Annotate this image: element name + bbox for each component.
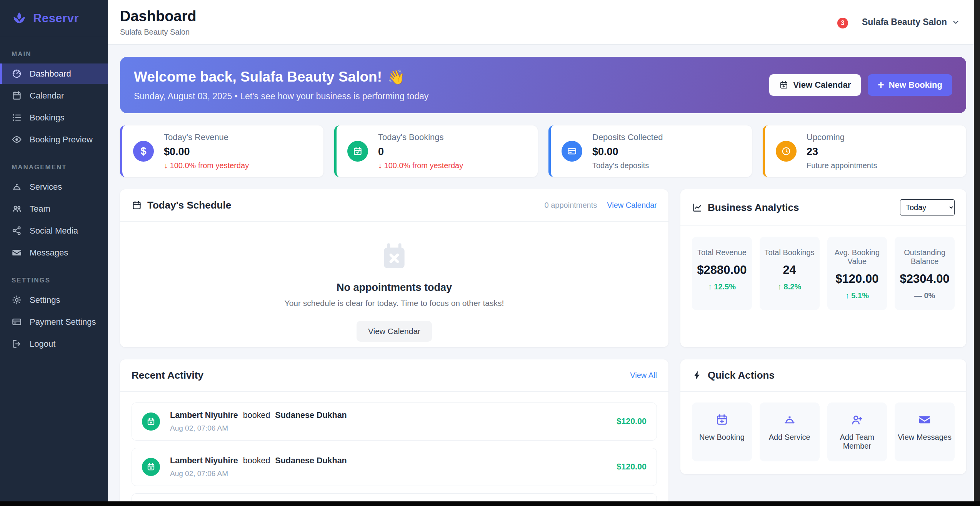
calendar-plus-icon <box>142 412 160 431</box>
up-arrow-icon: ↑ <box>845 291 849 300</box>
sidebar-item-calendar[interactable]: Calendar <box>0 85 108 106</box>
metric-outstanding-balance: Outstanding Balance $2304.00 — 0% <box>895 237 955 310</box>
welcome-banner: Welcome back, Sulafa Beauty Salon! 👋 Sun… <box>120 57 966 113</box>
notification-badge: 3 <box>837 18 848 28</box>
stat-change: ↓ 100.0% from yesterday <box>378 161 463 170</box>
quick-action-add-team-member[interactable]: Add Team Member <box>827 402 887 461</box>
quick-actions-grid: New Booking Add Service Ad <box>680 392 966 472</box>
left-column: Today's Schedule 0 appointments View Cal… <box>120 189 668 506</box>
app-logo[interactable]: Reservr <box>0 0 108 37</box>
activity-action: booked <box>243 456 270 465</box>
activity-amount: $120.00 <box>617 417 647 426</box>
calendar-check-icon <box>347 141 368 162</box>
sidebar-item-booking-preview[interactable]: Booking Preview <box>0 129 108 150</box>
quick-actions-card: Quick Actions New Booking <box>680 359 966 474</box>
schedule-header-right: 0 appointments View Calendar <box>545 201 657 210</box>
account-name: Sulafa Beauty Salon <box>862 17 947 27</box>
activity-target: Sudanese Dukhan <box>275 456 347 465</box>
empty-view-calendar-button[interactable]: View Calendar <box>357 321 432 342</box>
banner-actions: View Calendar + New Booking <box>769 74 952 96</box>
quick-action-add-service[interactable]: Add Service <box>760 402 820 461</box>
credit-card-icon <box>562 141 582 162</box>
activity-row[interactable]: Lambert Niyuhire booked Sudanese Dukhan … <box>132 448 657 486</box>
logout-icon <box>12 339 22 349</box>
metric-total-bookings: Total Bookings 24 ↑ 8.2% <box>760 237 820 310</box>
view-calendar-label: View Calendar <box>793 80 851 90</box>
main-area: Dashboard Sulafa Beauty Salon 3 Sulafa B… <box>108 0 980 506</box>
sidebar-item-label: Booking Preview <box>30 135 93 145</box>
schedule-view-calendar-link[interactable]: View Calendar <box>607 201 657 210</box>
calendar-icon <box>12 90 22 101</box>
empty-message: Your schedule is clear for today. Time t… <box>120 299 668 308</box>
sidebar-item-settings[interactable]: Settings <box>0 290 108 310</box>
sidebar-item-messages[interactable]: Messages <box>0 242 108 263</box>
activity-text: Lambert Niyuhire booked Sudanese Dukhan <box>170 456 607 466</box>
calendar-plus-icon <box>142 458 160 476</box>
welcome-subtitle: Sunday, August 03, 2025 • Let's see how … <box>134 91 428 102</box>
activity-time: Aug 02, 07:06 AM <box>170 424 607 433</box>
sidebar-item-label: Calendar <box>30 91 64 101</box>
down-arrow-icon: ↓ <box>164 161 168 170</box>
share-icon <box>12 225 22 236</box>
stat-change: ↓ 100.0% from yesterday <box>164 161 249 170</box>
recent-activity-card: Recent Activity View All <box>120 359 668 506</box>
down-arrow-icon: ↓ <box>378 161 382 170</box>
schedule-title: Today's Schedule <box>132 199 231 211</box>
sidebar-item-bookings[interactable]: Bookings <box>0 107 108 128</box>
stat-body: Upcoming 23 Future appointments <box>807 132 877 170</box>
calendar-plus-icon <box>779 80 788 90</box>
schedule-empty-state: No appointments today Your schedule is c… <box>120 222 668 342</box>
activity-view-all-link[interactable]: View All <box>630 371 657 380</box>
stat-value: 23 <box>807 146 877 158</box>
new-booking-button[interactable]: + New Booking <box>868 74 952 96</box>
quick-action-new-booking[interactable]: New Booking <box>692 402 752 461</box>
stat-change: Today's deposits <box>592 161 663 170</box>
clock-icon <box>776 141 797 162</box>
list-icon <box>12 112 22 123</box>
welcome-title: Welcome back, Sulafa Beauty Salon! <box>134 69 382 85</box>
stat-body: Deposits Collected $0.00 Today's deposit… <box>592 132 663 170</box>
up-arrow-icon: ↑ <box>778 282 782 291</box>
activity-row[interactable]: Lambert Niyuhire booked Sudanese Dukhan … <box>132 402 657 441</box>
sidebar-item-dashboard[interactable]: Dashboard <box>0 63 108 84</box>
bolt-icon <box>692 370 702 381</box>
nav-section-main: MAIN <box>12 50 96 58</box>
stat-value: 0 <box>378 146 463 158</box>
activity-actor: Lambert Niyuhire <box>170 411 238 420</box>
sidebar-item-logout[interactable]: Logout <box>0 334 108 354</box>
right-column: Business Analytics Today Total Revenue $… <box>680 189 966 506</box>
stat-card-deposits-collected: Deposits Collected $0.00 Today's deposit… <box>548 125 752 177</box>
calendar-icon <box>132 200 142 210</box>
sidebar: Reservr MAIN Dashboard Calendar Bookings <box>0 0 108 506</box>
sidebar-item-label: Team <box>30 204 50 214</box>
stat-label: Deposits Collected <box>592 132 663 142</box>
cloche-icon <box>12 182 22 192</box>
stat-change: Future appointments <box>807 161 877 170</box>
quick-action-view-messages[interactable]: View Messages <box>895 402 955 461</box>
sidebar-item-label: Dashboard <box>30 69 71 79</box>
account-menu[interactable]: Sulafa Beauty Salon <box>862 17 960 27</box>
lotus-logo-icon <box>12 11 27 26</box>
sidebar-item-services[interactable]: Services <box>0 177 108 197</box>
activity-title: Recent Activity <box>132 369 203 381</box>
sidebar-item-label: Services <box>30 182 62 192</box>
sidebar-item-social-media[interactable]: Social Media <box>0 220 108 241</box>
dollar-icon: $ <box>133 141 154 162</box>
new-booking-label: New Booking <box>889 80 942 90</box>
nav-section-settings: SETTINGS <box>12 277 96 284</box>
scrollbar-track[interactable] <box>974 0 980 506</box>
view-calendar-button[interactable]: View Calendar <box>769 74 861 96</box>
sidebar-item-label: Settings <box>30 295 60 305</box>
header-titles: Dashboard Sulafa Beauty Salon <box>120 8 196 37</box>
todays-schedule-card: Today's Schedule 0 appointments View Cal… <box>120 189 668 347</box>
sidebar-item-team[interactable]: Team <box>0 199 108 219</box>
activity-amount: $120.00 <box>617 462 647 472</box>
metric-total-revenue: Total Revenue $2880.00 ↑ 12.5% <box>692 237 752 310</box>
envelope-icon <box>918 413 931 426</box>
analytics-period-select[interactable]: Today <box>900 199 955 215</box>
stat-body: Today's Bookings 0 ↓ 100.0% from yesterd… <box>378 132 463 170</box>
stat-card-todays-bookings: Today's Bookings 0 ↓ 100.0% from yesterd… <box>334 125 538 177</box>
sidebar-item-payment-settings[interactable]: Payment Settings <box>0 312 108 332</box>
quick-actions-title: Quick Actions <box>692 369 775 381</box>
header-right: 3 Sulafa Beauty Salon <box>843 17 960 27</box>
